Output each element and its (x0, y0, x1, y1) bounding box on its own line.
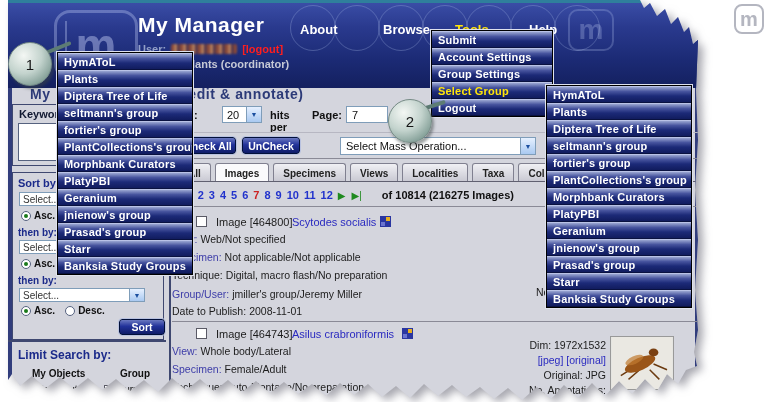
group-menu-item[interactable]: Diptera Tree of Life (547, 120, 691, 137)
group-menu-item[interactable]: Plants (547, 103, 691, 120)
entry-checkbox[interactable] (196, 216, 207, 227)
next-page-icon[interactable]: ▶ (338, 190, 346, 201)
tools-menu-select-group[interactable]: Select Group (432, 82, 552, 99)
specimen-field-label[interactable]: Specimen: (172, 363, 222, 375)
group-user-field-label[interactable]: Group/User: (172, 396, 229, 402)
contributor-checkbox[interactable] (24, 385, 34, 395)
group-menu-item[interactable]: seltmann's group (547, 137, 691, 154)
group-menu-item[interactable]: jnienow's group (547, 239, 691, 256)
desc-radio[interactable] (65, 306, 75, 316)
group-menu-item[interactable]: Prasad's group (58, 223, 192, 240)
page-number-link[interactable]: 8 (264, 189, 270, 201)
my-objects-column-label: My Objects (32, 368, 85, 379)
page-number-link[interactable]: 4 (220, 189, 226, 201)
group-menu-item[interactable]: Geranium (547, 222, 691, 239)
field-row: Date to Publish:2008-11-01 (172, 305, 302, 317)
specimen-field-value: Female/Adult (225, 363, 287, 375)
image-id: Image [464743] (216, 328, 292, 340)
asc-radio[interactable] (21, 259, 31, 269)
hits-per-page-select[interactable]: 20 ▼ (222, 106, 262, 123)
current-checkbox[interactable] (104, 385, 114, 395)
annotation-icon[interactable] (380, 216, 391, 227)
group-menu-item[interactable]: fortier's group (547, 154, 691, 171)
page-number-link[interactable]: 10 (287, 189, 299, 201)
field-row: Technique:Digital, macro flash/No prepar… (172, 269, 387, 281)
then-by-label: then by: (18, 275, 57, 286)
pagination: ◀ 23456789101112 ▶ ▶| of 10814 (216275 I… (184, 189, 514, 201)
callout-2: 2 (388, 99, 432, 143)
tools-menu-submit[interactable]: Submit (432, 31, 552, 48)
group-menu-item[interactable]: Plants (58, 70, 192, 87)
group-menu-item[interactable]: Banksia Study Groups (547, 290, 691, 307)
sort-select-1-value: Select... (23, 194, 59, 205)
view-field-label[interactable]: View: (172, 345, 198, 357)
group-menu-item[interactable]: Geranium (58, 189, 192, 206)
tab-views[interactable]: Views (350, 163, 398, 182)
page-number-link[interactable]: 12 (321, 189, 333, 201)
sort-select-3[interactable]: Select...▼ (19, 288, 145, 302)
view-field-value: Web/Not specified (201, 233, 286, 245)
sort-button[interactable]: Sort (119, 319, 165, 335)
page-number-link[interactable]: 3 (209, 189, 215, 201)
asc-radio[interactable] (21, 306, 31, 316)
group-menu-item[interactable]: HymAToL (547, 86, 691, 103)
image-thumbnail[interactable] (610, 336, 674, 390)
morphbank-logo-watermark: m (568, 9, 614, 51)
page-number-input[interactable]: 7 (346, 106, 388, 123)
logout-link[interactable]: [logout] (242, 43, 283, 55)
tab-localities[interactable]: Localities (402, 163, 468, 182)
entry-checkbox[interactable] (196, 328, 207, 339)
group-menu-item[interactable]: PlatyPBI (58, 172, 192, 189)
page-number-link[interactable]: 11 (304, 189, 316, 201)
group-menu-item[interactable]: Banksia Study Groups (58, 257, 192, 274)
jpeg-link[interactable]: [jpeg] (538, 354, 564, 366)
tab-images[interactable]: Images (215, 163, 269, 182)
page: m My Manager User:[logout] Group:Plants … (0, 0, 769, 402)
tab-taxa[interactable]: Taxa (472, 163, 514, 182)
last-page-icon[interactable]: ▶| (352, 190, 362, 201)
page-number-link[interactable]: 5 (231, 189, 237, 201)
annotation-icon[interactable] (402, 328, 413, 339)
page-number-link[interactable]: 7 (253, 189, 259, 201)
group-menu-item[interactable]: seltmann's group (58, 104, 192, 121)
group-menu-item[interactable]: Morphbank Curators (58, 155, 192, 172)
limit-search-label: Limit Search by: (18, 348, 111, 362)
group-menu-item[interactable]: PlantCollections's group (58, 138, 192, 155)
tools-menu-account-settings[interactable]: Account Settings (432, 48, 552, 65)
page-number-link[interactable]: 9 (276, 189, 282, 201)
tab-specimens[interactable]: Specimens (273, 163, 346, 182)
page-label: Page: (312, 109, 342, 121)
chevron-down-icon[interactable]: ▼ (520, 138, 535, 154)
page-number-list: 23456789101112 (198, 189, 338, 201)
group-menu-item[interactable]: Prasad's group (547, 256, 691, 273)
annotations-count: No. Annotations: (470, 384, 606, 396)
group-menu-item[interactable]: jnienow's group (58, 206, 192, 223)
page-number-link[interactable]: 2 (198, 189, 204, 201)
image-meta-block: Dim: 1972x1532 [jpeg] [original] Origina… (470, 339, 606, 399)
nav-browse[interactable]: Browse (383, 22, 430, 37)
group-menu-item[interactable]: Morphbank Curators (547, 188, 691, 205)
group-menu-item[interactable]: PlantCollections's group (547, 171, 691, 188)
current-checkbox-row: Current (104, 384, 150, 395)
original-link[interactable]: [original] (566, 354, 606, 366)
group-menu-item[interactable]: Diptera Tree of Life (58, 87, 192, 104)
tools-menu-group-settings[interactable]: Group Settings (432, 65, 552, 82)
group-menu-item[interactable]: HymAToL (58, 53, 192, 70)
mass-operation-select[interactable]: Select Mass Operation... ▼ (340, 137, 536, 155)
chevron-down-icon[interactable]: ▼ (129, 289, 144, 301)
group-menu-item[interactable]: fortier's group (58, 121, 192, 138)
nav-about[interactable]: About (300, 22, 338, 37)
chevron-down-icon[interactable]: ▼ (246, 107, 261, 122)
group-user-field-label[interactable]: Group/User: (172, 288, 229, 300)
page-number-link[interactable]: 6 (242, 189, 248, 201)
image-species-link[interactable]: Asilus crabroniformis (292, 328, 394, 340)
uncheck-button[interactable]: UnCheck (242, 137, 300, 154)
image-species-link[interactable]: Scytodes socialis (292, 216, 376, 228)
group-menu-item[interactable]: PlatyPBI (547, 205, 691, 222)
page-number-value: 7 (352, 109, 358, 121)
tools-menu-logout[interactable]: Logout (432, 99, 552, 116)
group-menu-item[interactable]: Starr (58, 240, 192, 257)
group-menu-item[interactable]: Starr (547, 273, 691, 290)
asc-radio[interactable] (21, 211, 31, 221)
callout-1: 1 (8, 42, 52, 86)
